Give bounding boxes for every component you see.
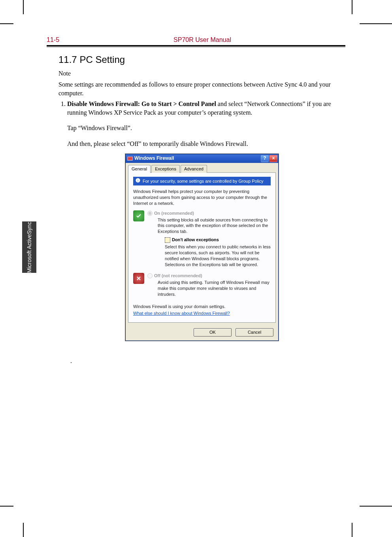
option-off-label: Off (not recommended) [154, 273, 202, 279]
tab-advanced[interactable]: Advanced [181, 165, 207, 173]
dialog-titlebar[interactable]: Windows Firewall ? × [126, 154, 278, 163]
crop-mark [352, 523, 352, 537]
page-number: 11-5 [47, 36, 59, 43]
running-header: 11-5 SP70R User Manual [47, 36, 345, 44]
cancel-button[interactable]: Cancel [236, 328, 273, 337]
body: 11.7 PC Setting Note Some settings are r… [47, 47, 345, 365]
list-item-1-bold: Disable Windows Firewall: Go to Start > … [67, 100, 216, 107]
domain-settings-note: Windows Firewall is using your domain se… [133, 304, 271, 310]
crop-mark [23, 0, 24, 14]
tap-paragraph: Tap “Windows Firewall”. [67, 124, 345, 132]
close-button[interactable]: × [270, 155, 277, 162]
dialog-button-row: OK Cancel [126, 325, 278, 340]
no-exceptions-block: Don't allow exceptions [165, 237, 271, 243]
content-area: 11-5 SP70R User Manual 11.7 PC Setting N… [47, 36, 345, 372]
shield-x-icon [133, 273, 144, 284]
option-on: On (recommended) This setting blocks all… [133, 210, 271, 271]
crop-mark [352, 0, 352, 14]
side-tab: Microsoft ActiveSync [22, 221, 36, 273]
header-rule-thick [47, 45, 345, 46]
list-item-1: Disable Windows Firewall: Go to Start > … [67, 100, 345, 117]
svg-rect-2 [128, 159, 132, 160]
section-heading: 11.7 PC Setting [58, 53, 345, 66]
crop-mark [360, 23, 392, 24]
ok-button[interactable]: OK [194, 328, 232, 337]
radio-off[interactable] [147, 273, 153, 278]
firewall-help-link[interactable]: What else should I know about Windows Fi… [133, 310, 230, 316]
crop-mark [23, 523, 24, 537]
note-label: Note [58, 69, 345, 78]
option-on-head: On (recommended) [147, 210, 271, 216]
help-button[interactable]: ? [261, 155, 269, 162]
trailing-dot: . [70, 357, 345, 365]
banner-text: For your security, some settings are con… [143, 178, 263, 184]
option-off: Off (not recommended) Avoid using this s… [133, 273, 271, 299]
tab-exceptions[interactable]: Exceptions [151, 165, 180, 173]
tab-general[interactable]: General [128, 165, 151, 173]
manual-title: SP70R User Manual [59, 36, 345, 43]
crop-mark [0, 23, 13, 24]
firewall-icon [127, 156, 133, 161]
checkbox-no-exceptions[interactable] [165, 237, 170, 243]
select-off-paragraph: And then, please select “Off” to tempora… [67, 140, 345, 148]
option-off-desc: Avoid using this setting. Turning off Wi… [158, 280, 271, 297]
crop-mark [360, 506, 392, 507]
windows-firewall-dialog: Windows Firewall ? × General Exceptions … [125, 154, 279, 341]
page: Microsoft ActiveSync 11-5 SP70R User Man… [0, 0, 392, 537]
option-off-head: Off (not recommended) [147, 273, 271, 279]
tab-pane-general: i For your security, some settings are c… [128, 172, 276, 323]
dialog-title: Windows Firewall [134, 155, 260, 161]
dialog-tabs: General Exceptions Advanced [126, 163, 278, 173]
radio-on[interactable] [147, 211, 153, 216]
option-on-desc: This setting blocks all outside sources … [158, 217, 271, 235]
dialog-intro-text: Windows Firewall helps protect your comp… [133, 189, 271, 206]
intro-paragraph: Some settings are recommended as follows… [58, 80, 345, 97]
crop-mark [0, 506, 13, 507]
option-on-label: On (recommended) [154, 210, 194, 216]
no-exceptions-label: Don't allow exceptions [172, 237, 219, 243]
no-exceptions-desc: Select this when you connect to public n… [165, 244, 271, 267]
shield-check-icon [133, 210, 144, 221]
group-policy-banner: i For your security, some settings are c… [133, 177, 271, 185]
ordered-list: Disable Windows Firewall: Go to Start > … [58, 100, 345, 117]
no-exceptions-row[interactable]: Don't allow exceptions [165, 237, 271, 243]
info-icon: i [136, 178, 140, 184]
svg-rect-1 [128, 157, 132, 158]
